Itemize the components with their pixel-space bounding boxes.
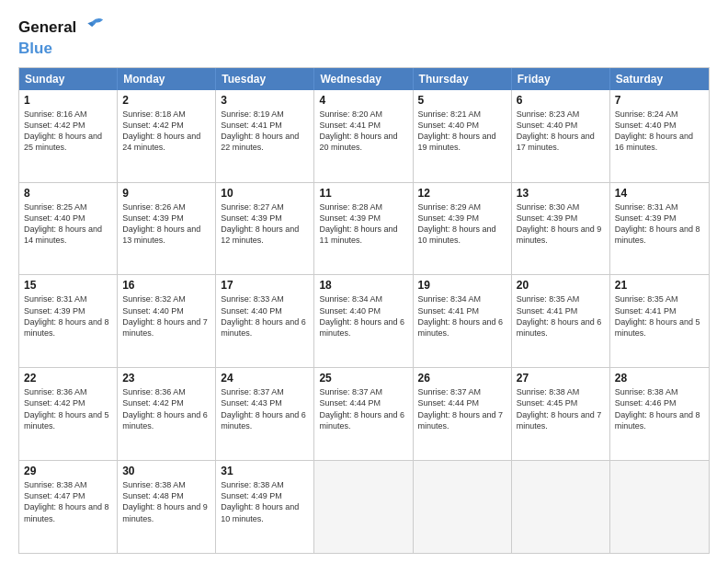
- day-cell-28: 28 Sunrise: 8:38 AMSunset: 4:46 PMDaylig…: [610, 368, 709, 460]
- empty-cell: [610, 461, 709, 553]
- day-header-saturday: Saturday: [610, 68, 709, 90]
- calendar-week-5: 29 Sunrise: 8:38 AMSunset: 4:47 PMDaylig…: [19, 460, 709, 553]
- day-cell-20: 20 Sunrise: 8:35 AMSunset: 4:41 PMDaylig…: [512, 275, 610, 367]
- cell-info: Sunrise: 8:19 AMSunset: 4:41 PMDaylight:…: [221, 109, 309, 154]
- day-number: 21: [615, 279, 704, 292]
- calendar: SundayMondayTuesdayWednesdayThursdayFrid…: [18, 67, 710, 554]
- cell-info: Sunrise: 8:37 AMSunset: 4:44 PMDaylight:…: [319, 386, 407, 431]
- day-number: 20: [517, 279, 605, 292]
- day-cell-14: 14 Sunrise: 8:31 AMSunset: 4:39 PMDaylig…: [610, 183, 709, 275]
- cell-info: Sunrise: 8:29 AMSunset: 4:39 PMDaylight:…: [418, 201, 506, 247]
- cell-info: Sunrise: 8:37 AMSunset: 4:44 PMDaylight:…: [418, 386, 506, 431]
- logo-bird-icon: [79, 15, 105, 40]
- day-number: 26: [418, 372, 506, 385]
- day-cell-17: 17 Sunrise: 8:33 AMSunset: 4:40 PMDaylig…: [216, 275, 314, 367]
- day-cell-11: 11 Sunrise: 8:28 AMSunset: 4:39 PMDaylig…: [314, 183, 413, 275]
- cell-info: Sunrise: 8:30 AMSunset: 4:39 PMDaylight:…: [517, 201, 605, 247]
- cell-info: Sunrise: 8:32 AMSunset: 4:40 PMDaylight:…: [122, 293, 210, 339]
- calendar-body: 1 Sunrise: 8:16 AMSunset: 4:42 PMDayligh…: [19, 90, 709, 553]
- day-cell-4: 4 Sunrise: 8:20 AMSunset: 4:41 PMDayligh…: [314, 90, 413, 182]
- empty-cell: [414, 461, 512, 553]
- day-number: 2: [122, 94, 210, 107]
- cell-info: Sunrise: 8:28 AMSunset: 4:39 PMDaylight:…: [319, 201, 407, 247]
- cell-info: Sunrise: 8:38 AMSunset: 4:47 PMDaylight:…: [24, 479, 112, 524]
- day-cell-15: 15 Sunrise: 8:31 AMSunset: 4:39 PMDaylig…: [19, 275, 118, 367]
- cell-info: Sunrise: 8:16 AMSunset: 4:42 PMDaylight:…: [24, 109, 112, 154]
- day-number: 14: [615, 187, 704, 200]
- day-cell-7: 7 Sunrise: 8:24 AMSunset: 4:40 PMDayligh…: [610, 90, 709, 182]
- cell-info: Sunrise: 8:38 AMSunset: 4:46 PMDaylight:…: [615, 386, 704, 431]
- day-cell-24: 24 Sunrise: 8:37 AMSunset: 4:43 PMDaylig…: [216, 368, 314, 460]
- cell-info: Sunrise: 8:34 AMSunset: 4:41 PMDaylight:…: [418, 293, 506, 339]
- day-number: 15: [24, 279, 112, 292]
- cell-info: Sunrise: 8:26 AMSunset: 4:39 PMDaylight:…: [122, 201, 210, 247]
- cell-info: Sunrise: 8:31 AMSunset: 4:39 PMDaylight:…: [24, 293, 112, 339]
- day-number: 11: [319, 187, 407, 200]
- cell-info: Sunrise: 8:36 AMSunset: 4:42 PMDaylight:…: [24, 386, 112, 431]
- day-number: 3: [221, 94, 309, 107]
- cell-info: Sunrise: 8:34 AMSunset: 4:40 PMDaylight:…: [319, 293, 407, 339]
- day-cell-6: 6 Sunrise: 8:23 AMSunset: 4:40 PMDayligh…: [512, 90, 610, 182]
- calendar-week-1: 1 Sunrise: 8:16 AMSunset: 4:42 PMDayligh…: [19, 90, 709, 182]
- day-number: 4: [319, 94, 407, 107]
- day-cell-12: 12 Sunrise: 8:29 AMSunset: 4:39 PMDaylig…: [414, 183, 512, 275]
- day-header-monday: Monday: [118, 68, 216, 90]
- day-number: 28: [615, 372, 704, 385]
- cell-info: Sunrise: 8:38 AMSunset: 4:49 PMDaylight:…: [221, 479, 309, 524]
- day-header-sunday: Sunday: [19, 68, 118, 90]
- day-number: 16: [122, 279, 210, 292]
- day-header-wednesday: Wednesday: [314, 68, 413, 90]
- calendar-week-2: 8 Sunrise: 8:25 AMSunset: 4:40 PMDayligh…: [19, 182, 709, 275]
- day-cell-22: 22 Sunrise: 8:36 AMSunset: 4:42 PMDaylig…: [19, 368, 118, 460]
- cell-info: Sunrise: 8:33 AMSunset: 4:40 PMDaylight:…: [221, 293, 309, 339]
- empty-cell: [314, 461, 413, 553]
- calendar-header: SundayMondayTuesdayWednesdayThursdayFrid…: [19, 68, 709, 90]
- day-number: 25: [319, 372, 407, 385]
- empty-cell: [512, 461, 610, 553]
- day-number: 23: [122, 372, 210, 385]
- day-cell-5: 5 Sunrise: 8:21 AMSunset: 4:40 PMDayligh…: [414, 90, 512, 182]
- calendar-week-4: 22 Sunrise: 8:36 AMSunset: 4:42 PMDaylig…: [19, 367, 709, 460]
- cell-info: Sunrise: 8:21 AMSunset: 4:40 PMDaylight:…: [418, 109, 506, 154]
- day-header-thursday: Thursday: [414, 68, 512, 90]
- calendar-week-3: 15 Sunrise: 8:31 AMSunset: 4:39 PMDaylig…: [19, 274, 709, 367]
- day-cell-2: 2 Sunrise: 8:18 AMSunset: 4:42 PMDayligh…: [118, 90, 216, 182]
- cell-info: Sunrise: 8:31 AMSunset: 4:39 PMDaylight:…: [615, 201, 704, 247]
- day-number: 22: [24, 372, 112, 385]
- day-number: 27: [517, 372, 605, 385]
- day-cell-13: 13 Sunrise: 8:30 AMSunset: 4:39 PMDaylig…: [512, 183, 610, 275]
- day-cell-23: 23 Sunrise: 8:36 AMSunset: 4:42 PMDaylig…: [118, 368, 216, 460]
- logo: General Blue: [18, 15, 105, 58]
- cell-info: Sunrise: 8:23 AMSunset: 4:40 PMDaylight:…: [517, 109, 605, 154]
- day-number: 30: [122, 465, 210, 477]
- day-number: 19: [418, 279, 506, 292]
- day-cell-8: 8 Sunrise: 8:25 AMSunset: 4:40 PMDayligh…: [19, 183, 118, 275]
- cell-info: Sunrise: 8:36 AMSunset: 4:42 PMDaylight:…: [122, 386, 210, 431]
- day-number: 9: [122, 187, 210, 200]
- day-cell-26: 26 Sunrise: 8:37 AMSunset: 4:44 PMDaylig…: [414, 368, 512, 460]
- day-cell-29: 29 Sunrise: 8:38 AMSunset: 4:47 PMDaylig…: [19, 461, 118, 553]
- day-cell-10: 10 Sunrise: 8:27 AMSunset: 4:39 PMDaylig…: [216, 183, 314, 275]
- cell-info: Sunrise: 8:18 AMSunset: 4:42 PMDaylight:…: [122, 109, 210, 154]
- day-cell-1: 1 Sunrise: 8:16 AMSunset: 4:42 PMDayligh…: [19, 90, 118, 182]
- day-number: 8: [24, 187, 112, 200]
- cell-info: Sunrise: 8:27 AMSunset: 4:39 PMDaylight:…: [221, 201, 309, 247]
- day-number: 10: [221, 187, 309, 200]
- cell-info: Sunrise: 8:38 AMSunset: 4:45 PMDaylight:…: [517, 386, 605, 431]
- day-header-friday: Friday: [512, 68, 610, 90]
- day-cell-31: 31 Sunrise: 8:38 AMSunset: 4:49 PMDaylig…: [216, 461, 314, 553]
- cell-info: Sunrise: 8:37 AMSunset: 4:43 PMDaylight:…: [221, 386, 309, 431]
- day-cell-9: 9 Sunrise: 8:26 AMSunset: 4:39 PMDayligh…: [118, 183, 216, 275]
- cell-info: Sunrise: 8:24 AMSunset: 4:40 PMDaylight:…: [615, 109, 704, 154]
- day-cell-19: 19 Sunrise: 8:34 AMSunset: 4:41 PMDaylig…: [414, 275, 512, 367]
- cell-info: Sunrise: 8:38 AMSunset: 4:48 PMDaylight:…: [122, 479, 210, 524]
- day-number: 18: [319, 279, 407, 292]
- day-number: 24: [221, 372, 309, 385]
- day-number: 7: [615, 94, 704, 107]
- day-header-tuesday: Tuesday: [216, 68, 314, 90]
- day-cell-25: 25 Sunrise: 8:37 AMSunset: 4:44 PMDaylig…: [314, 368, 413, 460]
- day-number: 13: [517, 187, 605, 200]
- day-number: 1: [24, 94, 112, 107]
- day-number: 5: [418, 94, 506, 107]
- day-number: 29: [24, 465, 112, 477]
